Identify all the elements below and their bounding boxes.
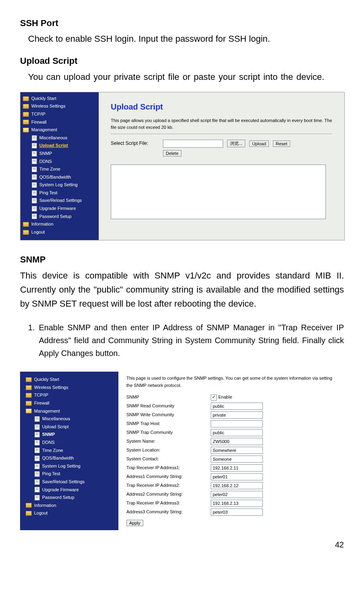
trap-receiver2-row: Trap Receiver IP Address2: (126, 481, 336, 490)
sidebar-item-label: Management (31, 126, 57, 134)
sidebar-item-upgrade-firmware[interactable]: Upgrade Firmware (23, 205, 97, 213)
sidebar-item-password-setup[interactable]: Password Setup (26, 494, 116, 502)
folder-open-icon (26, 409, 32, 413)
sidebar-item-label: Logout (34, 510, 48, 517)
sidebar-item-ping-test[interactable]: Ping Test (23, 189, 97, 197)
sidebar-item-wireless[interactable]: Wireless Settings (26, 384, 116, 392)
folder-icon (26, 511, 32, 516)
reset-button[interactable]: Reset (273, 140, 290, 147)
sidebar-item-snmp[interactable]: SNMP (26, 431, 116, 439)
sidebar-item-logout[interactable]: Logout (26, 509, 116, 517)
sidebar-item-upload-script[interactable]: Upload Script (23, 142, 97, 150)
sidebar-item-ddns[interactable]: DDNS (23, 158, 97, 166)
page-description: This page allows you upload a specified … (111, 117, 332, 131)
community1-input[interactable] (211, 473, 263, 480)
sidebar-item-label: Information (31, 221, 53, 228)
sidebar-item-firewall[interactable]: Firewall (23, 118, 97, 126)
field-label: Trap Receiver IP Address3: (126, 500, 211, 507)
folder-icon (26, 503, 32, 508)
sidebar-item-label: QOS/Bandwidth (42, 455, 74, 462)
document-icon (32, 159, 37, 164)
script-file-input[interactable] (163, 140, 223, 148)
system-location-row: System Location: (126, 446, 336, 455)
sidebar-item-label: Wireless Settings (34, 384, 68, 391)
trap-receiver2-input[interactable] (211, 482, 263, 489)
sidebar-item-miscellaneous[interactable]: Miscellaneous (23, 134, 97, 142)
write-community-row: SNMP Write Community (126, 411, 336, 419)
trap-receiver1-input[interactable] (211, 464, 263, 472)
apply-button[interactable]: Apply (126, 520, 143, 526)
trap-host-row: SNMP Trap Host (126, 419, 336, 428)
select-script-label: Select Script File: (111, 140, 159, 147)
system-name-input[interactable] (211, 438, 263, 445)
select-script-row: Select Script File: 浏览... Upload Reset (111, 140, 332, 148)
sidebar-item-information[interactable]: Information (23, 220, 97, 228)
step-number: 1. (28, 321, 35, 360)
folder-icon (26, 385, 32, 390)
sidebar-item-save-reload[interactable]: Save/Reload Settings (23, 197, 97, 205)
sidebar-item-label: Miscellaneous (42, 415, 70, 423)
folder-icon (26, 401, 32, 406)
document-icon (35, 456, 40, 461)
sidebar-item-quickly-start[interactable]: Quickly Start (23, 95, 97, 103)
sidebar-item-ping-test[interactable]: Ping Test (26, 470, 116, 478)
system-contact-input[interactable] (211, 456, 263, 463)
field-label: Address2 Community String: (126, 491, 211, 498)
sidebar-item-tcpip[interactable]: TCP/IP (23, 110, 97, 118)
sidebar-item-label: Miscellaneous (39, 134, 67, 142)
sidebar-item-label: Save/Reload Settings (39, 197, 82, 204)
trap-community-input[interactable] (211, 429, 263, 436)
field-label: Address1 Community String: (126, 473, 211, 480)
sidebar-item-password-setup[interactable]: Password Setup (23, 213, 97, 221)
sidebar-item-miscellaneous[interactable]: Miscellaneous (26, 415, 116, 423)
script-textarea[interactable] (111, 165, 326, 219)
folder-icon (23, 112, 29, 117)
sidebar-item-syslog[interactable]: System Log Setting (26, 462, 116, 470)
field-label: Trap Receiver IP Address1: (126, 464, 211, 472)
read-community-input[interactable] (211, 403, 263, 410)
sidebar-item-qos[interactable]: QOS/Bandwidth (23, 173, 97, 181)
sidebar-item-wireless[interactable]: Wireless Settings (23, 102, 97, 110)
sidebar-item-management[interactable]: Management (23, 126, 97, 134)
write-community-input[interactable] (211, 411, 263, 419)
sidebar-item-label: Upgrade Firmware (42, 486, 79, 494)
community3-row: Address3 Community String: (126, 508, 336, 517)
sidebar-item-logout[interactable]: Logout (23, 228, 97, 236)
sidebar-item-ddns[interactable]: DDNS (26, 439, 116, 447)
sidebar-item-firewall[interactable]: Firewall (26, 399, 116, 407)
upload-button[interactable]: Upload (249, 140, 269, 147)
field-label: SNMP Write Community (126, 411, 211, 419)
sidebar-item-information[interactable]: Information (26, 502, 116, 510)
sidebar-item-save-reload[interactable]: Save/Reload Settings (26, 478, 116, 486)
document-icon (35, 471, 40, 477)
delete-button[interactable]: Delete (163, 150, 181, 157)
sidebar-item-time-zone[interactable]: Time Zone (23, 165, 97, 173)
community3-input[interactable] (211, 509, 263, 516)
upload-script-body: You can upload your private script file … (28, 70, 344, 84)
field-label: System Contact: (126, 456, 211, 463)
sidebar-item-label: SNMP (39, 150, 52, 157)
sidebar-item-label: Firewall (34, 400, 49, 407)
sidebar-item-tcpip[interactable]: TCP/IP (26, 391, 116, 399)
trap-host-input[interactable] (211, 420, 263, 427)
sidebar-item-management[interactable]: Management (26, 407, 116, 415)
community2-input[interactable] (211, 491, 263, 498)
sidebar-item-qos[interactable]: QOS/Bandwidth (26, 454, 116, 462)
folder-icon (23, 96, 29, 101)
snmp-enable-row: SNMP ✓ Enable (126, 393, 336, 402)
sidebar-item-upload-script[interactable]: Upload Script (26, 423, 116, 431)
step-1: 1. Enable SNMP and then enter IP Address… (28, 321, 344, 360)
sidebar-item-label: Time Zone (39, 166, 60, 173)
enable-checkbox[interactable]: ✓ (211, 395, 217, 401)
system-location-input[interactable] (211, 447, 263, 454)
sidebar-item-quickly-start[interactable]: Quickly Start (26, 376, 116, 384)
sidebar-item-syslog[interactable]: System Log Setting (23, 181, 97, 189)
enable-label: Enable (218, 394, 232, 401)
browse-button[interactable]: 浏览... (227, 140, 245, 147)
sidebar-item-label: TCP/IP (31, 111, 45, 118)
sidebar-item-upgrade-firmware[interactable]: Upgrade Firmware (26, 486, 116, 494)
trap-receiver3-input[interactable] (211, 500, 263, 507)
sidebar-item-snmp[interactable]: SNMP (23, 150, 97, 158)
sidebar-item-label: Information (34, 502, 56, 509)
sidebar-item-time-zone[interactable]: Time Zone (26, 447, 116, 455)
